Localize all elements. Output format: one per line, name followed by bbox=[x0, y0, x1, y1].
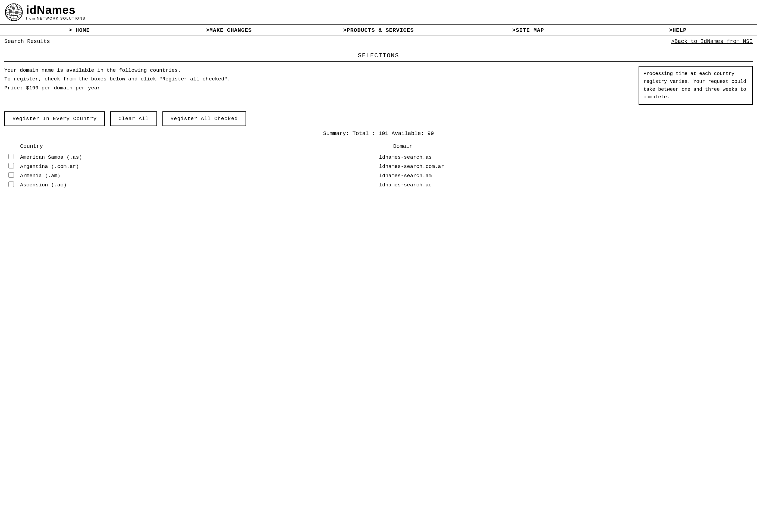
country-checkbox[interactable] bbox=[9, 163, 14, 169]
table-row: Argentina (.com.ar)ldnames-search.com.ar bbox=[4, 162, 753, 171]
register-every-country-button[interactable]: Register In Every Country bbox=[4, 111, 105, 126]
nav-help[interactable]: >HELP bbox=[603, 27, 753, 33]
logo-subtitle: from NETWORK SOLUTIONS bbox=[26, 16, 86, 20]
info-right-box: Processing time at each country registry… bbox=[639, 66, 753, 105]
nav-home[interactable]: > HOME bbox=[4, 27, 154, 33]
table-row: American Samoa (.as)ldnames-search.as bbox=[4, 153, 753, 162]
logo-text: idNames from NETWORK SOLUTIONS bbox=[26, 4, 86, 20]
main-content: SELECTIONS Your domain name is available… bbox=[0, 47, 757, 195]
info-left: Your domain name is available in the fol… bbox=[4, 66, 633, 105]
checkbox-cell bbox=[4, 153, 18, 162]
info-line-2: To register, check from the boxes below … bbox=[4, 75, 633, 83]
col-header-checkbox bbox=[4, 142, 18, 153]
country-name: American Samoa (.as) bbox=[18, 153, 377, 162]
clear-all-button[interactable]: Clear All bbox=[110, 111, 157, 126]
country-name: Ascension (.ac) bbox=[18, 180, 377, 190]
logo-title: idNames bbox=[26, 4, 86, 16]
info-right-text: Processing time at each country registry… bbox=[644, 71, 746, 100]
nav-bar: > HOME >MAKE CHANGES >PRODUCTS & SERVICE… bbox=[0, 25, 757, 36]
nav-make-changes[interactable]: >MAKE CHANGES bbox=[154, 27, 304, 33]
domain-name: ldnames-search.ac bbox=[377, 180, 753, 190]
info-line-1: Your domain name is available in the fol… bbox=[4, 66, 633, 75]
page-title: Search Results bbox=[4, 38, 50, 45]
country-checkbox[interactable] bbox=[9, 154, 14, 159]
page-header-row: Search Results >Back to IdNames from NSI bbox=[0, 36, 757, 47]
summary-text: Summary: Total : 101 Available: 99 bbox=[323, 130, 434, 137]
info-line-3: Price: $199 per domain per year bbox=[4, 84, 633, 92]
checkbox-cell bbox=[4, 180, 18, 190]
register-all-checked-button[interactable]: Register All Checked bbox=[163, 111, 246, 126]
domain-name: ldnames-search.am bbox=[377, 171, 753, 180]
table-row: Ascension (.ac)ldnames-search.ac bbox=[4, 180, 753, 190]
nav-products-services[interactable]: >PRODUCTS & SERVICES bbox=[304, 27, 453, 33]
col-header-country: Country bbox=[18, 142, 377, 153]
country-name: Armenia (.am) bbox=[18, 171, 377, 180]
country-checkbox[interactable] bbox=[9, 172, 14, 178]
button-row: Register In Every Country Clear All Regi… bbox=[4, 111, 753, 126]
domain-name: ldnames-search.com.ar bbox=[377, 162, 753, 171]
col-header-domain: Domain bbox=[377, 142, 753, 153]
checkbox-cell bbox=[4, 162, 18, 171]
country-checkbox[interactable] bbox=[9, 181, 14, 187]
checkbox-cell bbox=[4, 171, 18, 180]
site-header: idNames from NETWORK SOLUTIONS bbox=[0, 0, 757, 25]
country-name: Argentina (.com.ar) bbox=[18, 162, 377, 171]
info-section: Your domain name is available in the fol… bbox=[4, 66, 753, 105]
country-table: Country Domain American Samoa (.as)ldnam… bbox=[4, 142, 753, 190]
back-to-idnames-link[interactable]: >Back to IdNames from NSI bbox=[671, 38, 753, 45]
divider bbox=[4, 61, 753, 62]
nav-site-map[interactable]: >SITE MAP bbox=[453, 27, 603, 33]
selections-title: SELECTIONS bbox=[4, 52, 753, 59]
table-row: Armenia (.am)ldnames-search.am bbox=[4, 171, 753, 180]
domain-name: ldnames-search.as bbox=[377, 153, 753, 162]
globe-icon bbox=[4, 3, 23, 22]
summary-row: Summary: Total : 101 Available: 99 bbox=[4, 130, 753, 137]
